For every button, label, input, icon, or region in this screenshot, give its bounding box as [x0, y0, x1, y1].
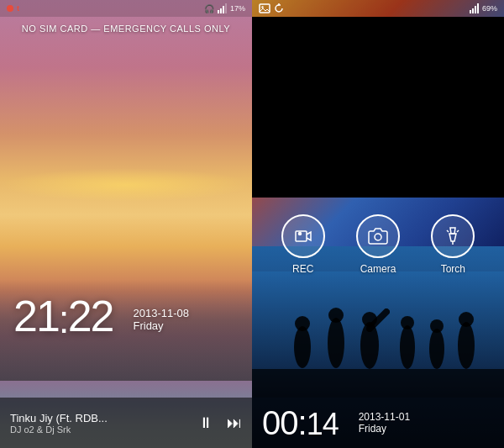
torch-icon-circle — [431, 214, 475, 258]
svg-point-18 — [429, 329, 444, 369]
next-button[interactable]: ⏭ — [227, 414, 242, 432]
music-controls[interactable]: ⏸ ⏭ — [198, 414, 242, 432]
camera-viewfinder — [252, 17, 504, 198]
notification-dot — [7, 5, 13, 12]
svg-point-17 — [401, 316, 414, 329]
quick-actions-bar: REC Camera Torch — [252, 198, 504, 292]
right-day-text: Friday — [359, 423, 410, 435]
rec-label: REC — [292, 263, 313, 275]
left-status-right: 🎧 17% — [204, 3, 245, 13]
clock-minutes: 22 — [68, 292, 113, 340]
right-battery: 69% — [482, 4, 497, 13]
camera-icon-circle — [356, 214, 400, 258]
torch-button[interactable]: Torch — [431, 214, 475, 275]
right-status-right: 69% — [470, 3, 497, 13]
rec-button[interactable]: REC — [281, 214, 325, 275]
date-text: 2013-11-08 — [133, 307, 189, 319]
left-status-bar: t 🎧 17% — [0, 0, 252, 17]
left-phone-screen: t 🎧 17% NO SIM CARD — EMERGENCY CALLS ON… — [0, 0, 252, 448]
right-bottom-bar: 00:14 2013-11-01 Friday — [252, 398, 504, 448]
stopwatch-seconds: 14 — [307, 407, 339, 441]
svg-point-3 — [298, 233, 301, 235]
right-status-left — [259, 3, 284, 14]
svg-point-20 — [458, 322, 475, 369]
svg-point-16 — [400, 325, 415, 369]
svg-rect-22 — [252, 369, 504, 398]
left-wallpaper — [0, 0, 252, 448]
day-text: Friday — [133, 319, 189, 332]
svg-line-7 — [457, 230, 459, 232]
pause-button[interactable]: ⏸ — [198, 414, 213, 432]
right-date-section: 2013-11-01 Friday — [359, 411, 410, 435]
clock-colon: : — [59, 298, 68, 341]
svg-point-1 — [261, 6, 263, 8]
music-info: Tinku Jiy (Ft. RDB... DJ o2 & Dj Srk — [10, 412, 192, 435]
right-status-bar: 69% — [252, 0, 504, 17]
image-icon — [259, 3, 270, 14]
svg-point-9 — [294, 326, 311, 368]
svg-point-10 — [295, 316, 310, 331]
torch-icon — [443, 226, 463, 246]
svg-rect-0 — [260, 4, 270, 13]
no-sim-notice: NO SIM CARD — EMERGENCY CALLS ONLY — [0, 17, 252, 40]
svg-point-4 — [375, 234, 381, 240]
svg-line-6 — [447, 230, 449, 232]
refresh-icon — [274, 3, 284, 13]
clock-hours: 21 — [13, 292, 59, 340]
svg-point-19 — [430, 319, 444, 333]
stopwatch-colon: : — [298, 404, 307, 441]
torch-label: Torch — [441, 263, 465, 275]
svg-point-21 — [459, 312, 474, 327]
stopwatch-display: 00:14 — [262, 406, 339, 440]
right-date-text: 2013-11-01 — [359, 411, 410, 423]
rec-icon — [293, 226, 313, 246]
rec-icon-circle — [281, 214, 325, 258]
clock-display: 21:22 — [13, 294, 113, 339]
battery-text: 17% — [230, 4, 245, 13]
left-status-icons: t — [7, 4, 19, 13]
svg-point-11 — [328, 318, 344, 368]
camera-label: Camera — [360, 263, 396, 275]
music-artist: DJ o2 & Dj Srk — [10, 424, 192, 435]
time-section: 21:22 2013-11-08 Friday — [13, 294, 189, 339]
signal-bars — [218, 3, 227, 13]
music-bar: Tinku Jiy (Ft. RDB... DJ o2 & Dj Srk ⏸ ⏭ — [0, 398, 252, 448]
stopwatch-minutes: 00 — [262, 404, 298, 441]
t-icon: t — [17, 4, 19, 13]
headphone-icon: 🎧 — [204, 4, 214, 13]
right-signal — [470, 3, 479, 13]
date-section: 2013-11-08 Friday — [133, 307, 189, 332]
right-phone-screen: 69% REC Camera — [252, 0, 504, 448]
camera-icon — [368, 226, 388, 246]
camera-button[interactable]: Camera — [356, 214, 400, 275]
svg-point-12 — [328, 308, 344, 323]
music-title: Tinku Jiy (Ft. RDB... — [10, 412, 192, 424]
